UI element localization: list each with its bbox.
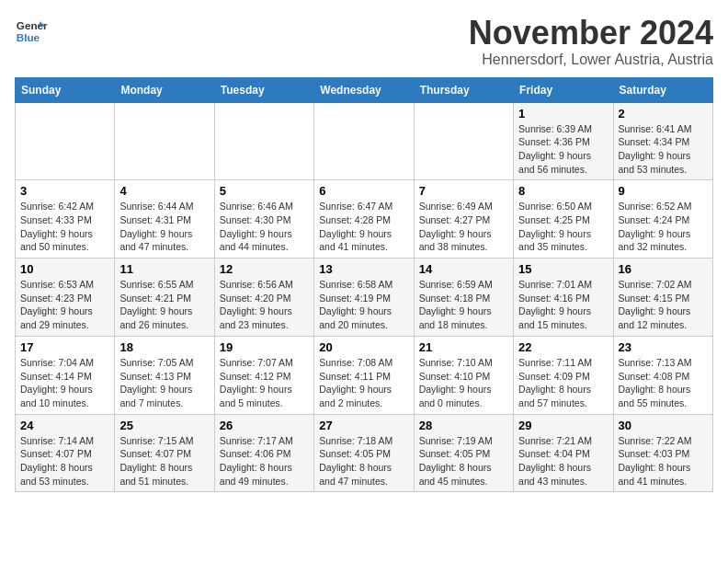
calendar-cell: 30Sunrise: 7:22 AM Sunset: 4:03 PM Dayli… — [613, 414, 712, 492]
calendar-cell: 19Sunrise: 7:07 AM Sunset: 4:12 PM Dayli… — [214, 336, 313, 414]
day-info: Sunrise: 6:56 AM Sunset: 4:20 PM Dayligh… — [220, 278, 309, 332]
svg-text:Blue: Blue — [17, 31, 40, 43]
day-info: Sunrise: 6:55 AM Sunset: 4:21 PM Dayligh… — [119, 278, 209, 332]
calendar-week-2: 3Sunrise: 6:42 AM Sunset: 4:33 PM Daylig… — [16, 180, 713, 259]
calendar-cell: 11Sunrise: 6:55 AM Sunset: 4:21 PM Dayli… — [115, 259, 214, 337]
day-number: 12 — [220, 262, 309, 276]
day-info: Sunrise: 6:50 AM Sunset: 4:25 PM Dayligh… — [518, 200, 608, 254]
weekday-header-sunday: Sunday — [16, 77, 115, 102]
day-number: 13 — [319, 262, 408, 276]
calendar-cell: 29Sunrise: 7:21 AM Sunset: 4:04 PM Dayli… — [514, 414, 613, 492]
day-info: Sunrise: 7:05 AM Sunset: 4:13 PM Dayligh… — [119, 356, 209, 410]
calendar-cell: 8Sunrise: 6:50 AM Sunset: 4:25 PM Daylig… — [514, 180, 613, 259]
day-number: 19 — [220, 340, 309, 354]
day-number: 2 — [619, 107, 708, 121]
calendar-cell: 26Sunrise: 7:17 AM Sunset: 4:06 PM Dayli… — [214, 414, 313, 492]
calendar-week-1: 1Sunrise: 6:39 AM Sunset: 4:36 PM Daylig… — [16, 102, 713, 180]
day-number: 4 — [119, 184, 209, 198]
calendar-cell: 24Sunrise: 7:14 AM Sunset: 4:07 PM Dayli… — [16, 414, 115, 492]
weekday-header-wednesday: Wednesday — [314, 77, 414, 102]
day-info: Sunrise: 6:59 AM Sunset: 4:18 PM Dayligh… — [419, 278, 508, 332]
day-info: Sunrise: 6:39 AM Sunset: 4:36 PM Dayligh… — [518, 122, 608, 177]
day-info: Sunrise: 7:13 AM Sunset: 4:08 PM Dayligh… — [619, 356, 708, 410]
day-number: 11 — [119, 262, 209, 276]
day-number: 25 — [119, 419, 209, 432]
day-number: 5 — [220, 184, 309, 198]
calendar-cell: 25Sunrise: 7:15 AM Sunset: 4:07 PM Dayli… — [115, 414, 214, 492]
day-info: Sunrise: 6:49 AM Sunset: 4:27 PM Dayligh… — [419, 200, 508, 254]
day-number: 1 — [518, 107, 608, 121]
day-number: 18 — [119, 340, 209, 354]
logo: General Blue — [15, 15, 48, 48]
calendar-cell: 23Sunrise: 7:13 AM Sunset: 4:08 PM Dayli… — [613, 336, 712, 414]
day-number: 8 — [518, 184, 608, 198]
day-info: Sunrise: 6:46 AM Sunset: 4:30 PM Dayligh… — [220, 200, 309, 254]
day-number: 21 — [419, 340, 508, 354]
calendar-cell — [414, 102, 513, 180]
day-number: 24 — [20, 419, 109, 432]
day-info: Sunrise: 6:42 AM Sunset: 4:33 PM Dayligh… — [20, 200, 109, 254]
day-number: 29 — [518, 419, 608, 432]
calendar-cell: 4Sunrise: 6:44 AM Sunset: 4:31 PM Daylig… — [115, 180, 214, 259]
calendar-cell: 10Sunrise: 6:53 AM Sunset: 4:23 PM Dayli… — [16, 259, 115, 337]
calendar-cell: 5Sunrise: 6:46 AM Sunset: 4:30 PM Daylig… — [214, 180, 313, 259]
day-info: Sunrise: 7:18 AM Sunset: 4:05 PM Dayligh… — [319, 434, 408, 488]
day-number: 22 — [518, 340, 608, 354]
calendar-cell: 3Sunrise: 6:42 AM Sunset: 4:33 PM Daylig… — [16, 180, 115, 259]
day-number: 10 — [20, 262, 109, 276]
calendar-cell — [115, 102, 214, 180]
calendar-cell: 17Sunrise: 7:04 AM Sunset: 4:14 PM Dayli… — [16, 336, 115, 414]
calendar-cell: 2Sunrise: 6:41 AM Sunset: 4:34 PM Daylig… — [613, 102, 712, 180]
calendar-cell: 27Sunrise: 7:18 AM Sunset: 4:05 PM Dayli… — [314, 414, 414, 492]
day-info: Sunrise: 6:47 AM Sunset: 4:28 PM Dayligh… — [319, 200, 408, 254]
day-info: Sunrise: 6:53 AM Sunset: 4:23 PM Dayligh… — [20, 278, 109, 332]
calendar-cell: 20Sunrise: 7:08 AM Sunset: 4:11 PM Dayli… — [314, 336, 414, 414]
day-info: Sunrise: 7:19 AM Sunset: 4:05 PM Dayligh… — [419, 434, 508, 488]
page-header: General Blue November 2024 Hennersdorf, … — [15, 15, 713, 68]
calendar-week-4: 17Sunrise: 7:04 AM Sunset: 4:14 PM Dayli… — [16, 336, 713, 414]
weekday-header-thursday: Thursday — [414, 77, 513, 102]
day-info: Sunrise: 7:02 AM Sunset: 4:15 PM Dayligh… — [619, 278, 708, 332]
day-number: 6 — [319, 184, 408, 198]
day-number: 9 — [619, 184, 708, 198]
calendar-cell: 1Sunrise: 6:39 AM Sunset: 4:36 PM Daylig… — [514, 102, 613, 180]
calendar-cell: 12Sunrise: 6:56 AM Sunset: 4:20 PM Dayli… — [214, 259, 313, 337]
day-info: Sunrise: 7:21 AM Sunset: 4:04 PM Dayligh… — [518, 434, 608, 488]
day-number: 26 — [220, 419, 309, 432]
calendar-cell — [314, 102, 414, 180]
weekday-header-friday: Friday — [514, 77, 613, 102]
calendar-table: SundayMondayTuesdayWednesdayThursdayFrid… — [15, 77, 713, 493]
calendar-cell: 15Sunrise: 7:01 AM Sunset: 4:16 PM Dayli… — [514, 259, 613, 337]
day-number: 23 — [619, 340, 708, 354]
calendar-cell: 22Sunrise: 7:11 AM Sunset: 4:09 PM Dayli… — [514, 336, 613, 414]
day-number: 17 — [20, 340, 109, 354]
calendar-week-5: 24Sunrise: 7:14 AM Sunset: 4:07 PM Dayli… — [16, 414, 713, 492]
day-info: Sunrise: 6:44 AM Sunset: 4:31 PM Dayligh… — [119, 200, 209, 254]
day-info: Sunrise: 7:11 AM Sunset: 4:09 PM Dayligh… — [518, 356, 608, 410]
day-number: 7 — [419, 184, 508, 198]
day-number: 28 — [419, 419, 508, 432]
day-info: Sunrise: 6:58 AM Sunset: 4:19 PM Dayligh… — [319, 278, 408, 332]
day-number: 30 — [619, 419, 708, 432]
day-info: Sunrise: 7:14 AM Sunset: 4:07 PM Dayligh… — [20, 434, 109, 488]
calendar-cell: 13Sunrise: 6:58 AM Sunset: 4:19 PM Dayli… — [314, 259, 414, 337]
day-info: Sunrise: 7:07 AM Sunset: 4:12 PM Dayligh… — [220, 356, 309, 410]
month-title: November 2024 — [469, 15, 713, 52]
calendar-cell: 6Sunrise: 6:47 AM Sunset: 4:28 PM Daylig… — [314, 180, 414, 259]
weekday-header-monday: Monday — [115, 77, 214, 102]
day-info: Sunrise: 7:15 AM Sunset: 4:07 PM Dayligh… — [119, 434, 209, 488]
day-number: 27 — [319, 419, 408, 432]
day-info: Sunrise: 7:22 AM Sunset: 4:03 PM Dayligh… — [619, 434, 708, 488]
calendar-cell — [214, 102, 313, 180]
calendar-cell: 18Sunrise: 7:05 AM Sunset: 4:13 PM Dayli… — [115, 336, 214, 414]
day-info: Sunrise: 6:41 AM Sunset: 4:34 PM Dayligh… — [619, 122, 708, 177]
calendar-week-3: 10Sunrise: 6:53 AM Sunset: 4:23 PM Dayli… — [16, 259, 713, 337]
day-info: Sunrise: 7:01 AM Sunset: 4:16 PM Dayligh… — [518, 278, 608, 332]
calendar-cell: 28Sunrise: 7:19 AM Sunset: 4:05 PM Dayli… — [414, 414, 513, 492]
weekday-header-saturday: Saturday — [613, 77, 712, 102]
logo-icon: General Blue — [15, 15, 48, 48]
calendar-cell: 7Sunrise: 6:49 AM Sunset: 4:27 PM Daylig… — [414, 180, 513, 259]
day-info: Sunrise: 6:52 AM Sunset: 4:24 PM Dayligh… — [619, 200, 708, 254]
calendar-cell: 16Sunrise: 7:02 AM Sunset: 4:15 PM Dayli… — [613, 259, 712, 337]
day-number: 20 — [319, 340, 408, 354]
